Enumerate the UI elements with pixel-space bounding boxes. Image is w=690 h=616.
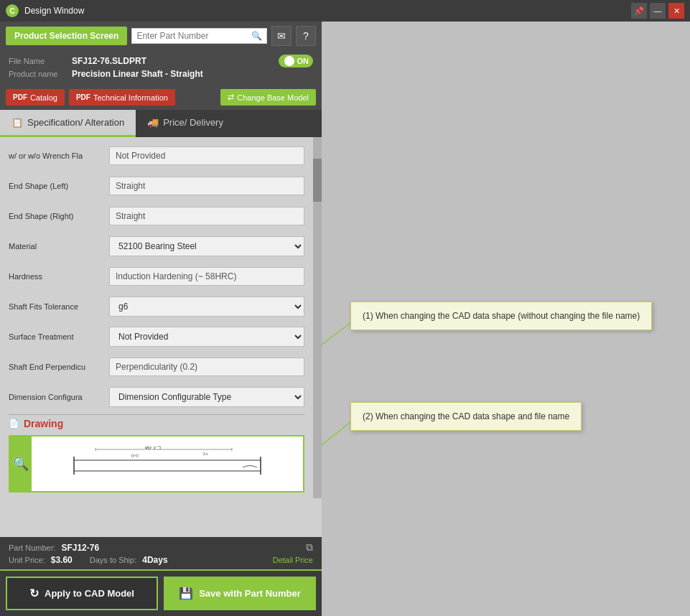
bottom-buttons: ↻ Apply to CAD Model 💾 Save with Part Nu… [0,569,322,616]
email-button[interactable]: ✉ [271,26,292,46]
svg-text:φ(y· y⁻¹): φ(y· y⁻¹) [145,445,161,449]
surface-label: Surface Treatment [9,332,109,341]
form-row-wrench: w/ or w/o Wrench Fla [9,143,304,169]
pdf-icon: PDF [13,93,27,101]
form-row-dimension: Dimension Configura Dimension Configurab… [9,384,304,410]
price-tab-icon: 🚚 [147,117,159,128]
tooltip-content-1: (1) When changing the CAD data shape (wi… [350,302,652,330]
form-row-end-left: End Shape (Left) [9,173,304,199]
svg-line-10 [322,323,350,345]
product-name-label: Product name [9,70,66,78]
catalog-button[interactable]: PDF Catalog [6,89,65,106]
surface-field: Not Provided [109,327,304,347]
file-name-label: File Name [9,57,66,65]
part-number-value: SFJ12-76 [61,543,99,553]
save-label: Save with Part Number [199,588,301,599]
surface-select[interactable]: Not Provided [109,327,304,347]
tabs: 📋 Specification/ Alteration 🚚 Price/ Del… [0,110,322,137]
search-input[interactable] [136,31,251,41]
tooltip-text-1: (1) When changing the CAD data shape (wi… [363,311,640,321]
unit-price-label: Unit Price: [9,556,45,564]
divider [9,414,304,415]
action-buttons: PDF Catalog PDF Technical Information ⇄ … [0,85,322,110]
part-number-label: Part Number: [9,543,55,552]
price-tab-label: Price/ Delivery [163,117,223,128]
tab-specification[interactable]: 📋 Specification/ Alteration [0,110,136,137]
status-row-price: Unit Price: $3.60 Days to Ship: 4Days De… [9,555,313,565]
wrench-input[interactable] [109,146,304,165]
toggle-circle [284,56,294,66]
tooltip-box-1: (1) When changing the CAD data shape (wi… [350,302,652,330]
tolerance-field: g6 [109,297,304,317]
drawing-preview: 🔍 [9,435,304,493]
svg-text:(y·c): (y·c) [131,453,139,457]
toggle-switch[interactable]: ON [279,55,314,67]
toggle-label: ON [297,57,309,65]
spec-form: w/ or w/o Wrench Fla End Shape (Left) [0,137,313,498]
end-right-input[interactable] [109,207,304,225]
end-left-label: End Shape (Left) [9,182,109,190]
detail-price-link[interactable]: Detail Price [273,556,313,564]
pin-button[interactable]: 📌 [631,3,647,19]
apply-button[interactable]: ↻ Apply to CAD Model [6,577,158,610]
tooltip-text-2: (2) When changing the CAD data shape and… [363,411,569,421]
material-select[interactable]: 52100 Bearing Steel [109,236,304,256]
minimize-button[interactable]: — [650,3,666,19]
product-name-value: Precision Linear Shaft - Straight [72,69,203,79]
svg-line-11 [322,422,350,445]
form-row-surface: Surface Treatment Not Provided [9,324,304,350]
dimension-select[interactable]: Dimension Configurable Type [109,387,304,407]
drawing-bar-icon: 🔍 [13,456,29,472]
end-left-input[interactable] [109,177,304,195]
content-area: w/ or w/o Wrench Fla End Shape (Left) [0,137,322,537]
close-button[interactable]: ✕ [668,3,684,19]
days-to-ship-value: 4Days [142,555,167,565]
tolerance-label: Shaft Fits Tolerance [9,302,109,311]
search-box[interactable]: 🔍 [131,28,267,44]
file-info: File Name SFJ12-76.SLDPRT ON Product nam… [0,50,322,85]
technical-info-button[interactable]: PDF Technical Information [69,89,175,106]
end-right-field [109,207,304,225]
wrench-label: w/ or w/o Wrench Fla [9,151,109,160]
hardness-input[interactable] [109,267,304,286]
apply-label: Apply to CAD Model [45,588,134,599]
pdf-icon2: PDF [76,93,90,101]
perpendicularity-input[interactable] [109,358,304,376]
tab-price[interactable]: 🚚 Price/ Delivery [136,110,235,137]
drawing-left-bar: 🔍 [10,437,32,491]
tolerance-select[interactable]: g6 [109,297,304,317]
technical-info-label: Technical Information [93,93,168,102]
tooltip-box-2: (2) When changing the CAD data shape and… [350,402,582,431]
apply-icon: ↻ [29,587,39,600]
copy-icon[interactable]: ⧉ [306,541,313,554]
scrollbar[interactable] [313,137,322,498]
right-panel: (1) When changing the CAD data shape (wi… [322,22,690,616]
spec-tab-label: Specification/ Alteration [27,117,124,128]
drawing-sketch: φ(y· y⁻¹) (y·c) 2·c [32,442,303,485]
window-title: Design Window [24,6,631,16]
form-row-perpendicularity: Shaft End Perpendicu [9,354,304,380]
save-button[interactable]: 💾 Save with Part Number [164,577,316,610]
form-row-end-right: End Shape (Right) [9,203,304,229]
material-label: Material [9,242,109,251]
wrench-field [109,146,304,165]
status-bar: Part Number: SFJ12-76 ⧉ Unit Price: $3.6… [0,537,322,569]
perpendicularity-field [109,358,304,376]
end-left-field [109,177,304,195]
help-button[interactable]: ? [296,26,316,46]
save-icon: 💾 [179,587,193,600]
scrollbar-thumb[interactable] [313,159,322,202]
hardness-field [109,267,304,286]
end-right-label: End Shape (Right) [9,212,109,220]
form-row-material: Material 52100 Bearing Steel [9,233,304,259]
tooltip-content-2: (2) When changing the CAD data shape and… [350,402,582,431]
search-icon: 🔍 [251,31,262,41]
dimension-label: Dimension Configura [9,393,109,401]
file-name-value: SFJ12-76.SLDPRT [72,56,146,66]
perpendicularity-label: Shaft End Perpendicu [9,363,109,371]
unit-price-value: $3.60 [51,555,73,565]
title-bar: C Design Window 📌 — ✕ [0,0,690,22]
product-selection-button[interactable]: Product Selection Screen [6,27,127,45]
change-icon: ⇄ [228,93,234,102]
change-base-model-button[interactable]: ⇄ Change Base Model [220,89,316,106]
